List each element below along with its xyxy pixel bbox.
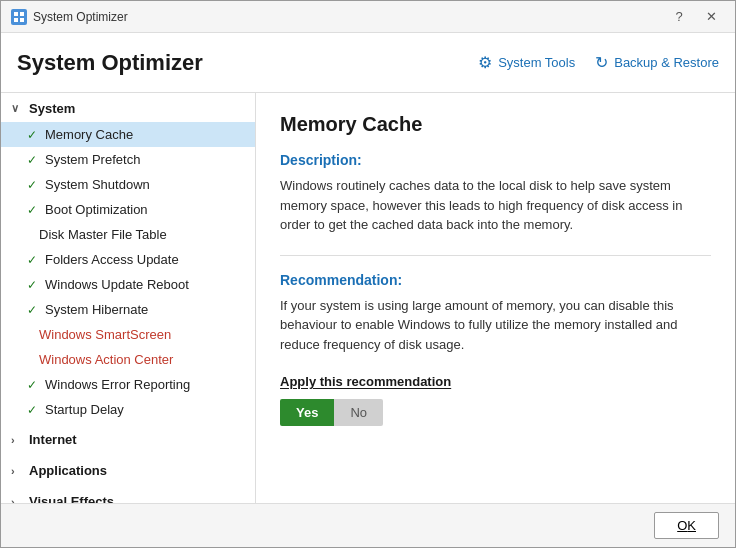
sidebar: ∨ System ✓ Memory Cache ✓ System Prefetc… — [1, 93, 256, 503]
title-bar-controls: ? ✕ — [665, 7, 725, 27]
gear-icon: ⚙ — [478, 53, 492, 72]
chevron-right-icon: › — [11, 434, 23, 446]
backup-restore-label: Backup & Restore — [614, 55, 719, 70]
sidebar-section-visual-effects: › Visual Effects — [1, 486, 255, 503]
svg-rect-0 — [14, 12, 18, 16]
system-tools-label: System Tools — [498, 55, 575, 70]
description-label: Description: — [280, 152, 711, 168]
toggle-no-button[interactable]: No — [334, 399, 383, 426]
check-icon: ✓ — [27, 153, 39, 167]
check-icon: ✓ — [27, 203, 39, 217]
app-icon — [11, 9, 27, 25]
sidebar-item-windows-action-center[interactable]: Windows Action Center — [1, 347, 255, 372]
sidebar-section-internet: › Internet — [1, 424, 255, 455]
chevron-down-icon: ∨ — [11, 102, 23, 115]
sidebar-section-visual-effects-label: Visual Effects — [29, 494, 114, 503]
backup-restore-button[interactable]: ↻ Backup & Restore — [595, 53, 719, 72]
check-icon: ✓ — [27, 303, 39, 317]
sidebar-item-label: Folders Access Update — [45, 252, 179, 267]
app-title: System Optimizer — [17, 50, 203, 76]
header: System Optimizer ⚙ System Tools ↻ Backup… — [1, 33, 735, 93]
check-icon: ✓ — [27, 278, 39, 292]
sidebar-item-label: Windows SmartScreen — [39, 327, 171, 342]
recommendation-text: If your system is using large amount of … — [280, 296, 711, 355]
refresh-icon: ↻ — [595, 53, 608, 72]
sidebar-item-windows-error-reporting[interactable]: ✓ Windows Error Reporting — [1, 372, 255, 397]
check-icon: ✓ — [27, 178, 39, 192]
sidebar-item-label: System Hibernate — [45, 302, 148, 317]
check-icon: ✓ — [27, 403, 39, 417]
footer: OK — [1, 503, 735, 547]
sidebar-section-system-label: System — [29, 101, 75, 116]
svg-rect-2 — [14, 18, 18, 22]
sidebar-item-label: Windows Update Reboot — [45, 277, 189, 292]
sidebar-item-system-prefetch[interactable]: ✓ System Prefetch — [1, 147, 255, 172]
sidebar-item-memory-cache[interactable]: ✓ Memory Cache — [1, 122, 255, 147]
help-button[interactable]: ? — [665, 7, 693, 27]
content-title: Memory Cache — [280, 113, 711, 136]
sidebar-item-label: Memory Cache — [45, 127, 133, 142]
chevron-right-icon: › — [11, 465, 23, 477]
description-text: Windows routinely caches data to the loc… — [280, 176, 711, 235]
ok-underline-letter: O — [677, 518, 687, 533]
check-icon: ✓ — [27, 128, 39, 142]
sidebar-item-windows-update-reboot[interactable]: ✓ Windows Update Reboot — [1, 272, 255, 297]
sidebar-item-label: System Prefetch — [45, 152, 140, 167]
check-icon: ✓ — [27, 378, 39, 392]
sidebar-item-disk-master-file-table[interactable]: Disk Master File Table — [1, 222, 255, 247]
recommendation-label: Recommendation: — [280, 272, 711, 288]
sidebar-section-applications-header[interactable]: › Applications — [1, 457, 255, 484]
sidebar-section-internet-header[interactable]: › Internet — [1, 426, 255, 453]
sidebar-item-label: Windows Action Center — [39, 352, 173, 367]
header-actions: ⚙ System Tools ↻ Backup & Restore — [478, 53, 719, 72]
content-panel: Memory Cache Description: Windows routin… — [256, 93, 735, 503]
ok-button[interactable]: OK — [654, 512, 719, 539]
main-window: System Optimizer ? ✕ System Optimizer ⚙ … — [0, 0, 736, 548]
sidebar-item-label: Windows Error Reporting — [45, 377, 190, 392]
close-button[interactable]: ✕ — [697, 7, 725, 27]
sidebar-item-folders-access-update[interactable]: ✓ Folders Access Update — [1, 247, 255, 272]
sidebar-item-system-hibernate[interactable]: ✓ System Hibernate — [1, 297, 255, 322]
sidebar-item-label: Disk Master File Table — [39, 227, 167, 242]
toggle-container: Yes No — [280, 399, 711, 426]
system-tools-button[interactable]: ⚙ System Tools — [478, 53, 575, 72]
title-bar-text: System Optimizer — [33, 10, 665, 24]
sidebar-item-windows-smartscreen[interactable]: Windows SmartScreen — [1, 322, 255, 347]
sidebar-section-applications-label: Applications — [29, 463, 107, 478]
check-icon: ✓ — [27, 253, 39, 267]
divider — [280, 255, 711, 256]
sidebar-section-applications: › Applications — [1, 455, 255, 486]
sidebar-section-system-header[interactable]: ∨ System — [1, 95, 255, 122]
sidebar-item-system-shutdown[interactable]: ✓ System Shutdown — [1, 172, 255, 197]
sidebar-item-label: Boot Optimization — [45, 202, 148, 217]
sidebar-section-internet-label: Internet — [29, 432, 77, 447]
ok-rest-label: K — [687, 518, 696, 533]
sidebar-item-startup-delay[interactable]: ✓ Startup Delay — [1, 397, 255, 422]
sidebar-section-system: ∨ System ✓ Memory Cache ✓ System Prefetc… — [1, 93, 255, 424]
apply-label: Apply this recommendation — [280, 374, 711, 389]
main-content: ∨ System ✓ Memory Cache ✓ System Prefetc… — [1, 93, 735, 503]
title-bar: System Optimizer ? ✕ — [1, 1, 735, 33]
toggle-yes-button[interactable]: Yes — [280, 399, 334, 426]
svg-rect-1 — [20, 12, 24, 16]
sidebar-section-visual-effects-header[interactable]: › Visual Effects — [1, 488, 255, 503]
chevron-right-icon: › — [11, 496, 23, 504]
sidebar-item-boot-optimization[interactable]: ✓ Boot Optimization — [1, 197, 255, 222]
svg-rect-3 — [20, 18, 24, 22]
sidebar-item-label: Startup Delay — [45, 402, 124, 417]
sidebar-item-label: System Shutdown — [45, 177, 150, 192]
